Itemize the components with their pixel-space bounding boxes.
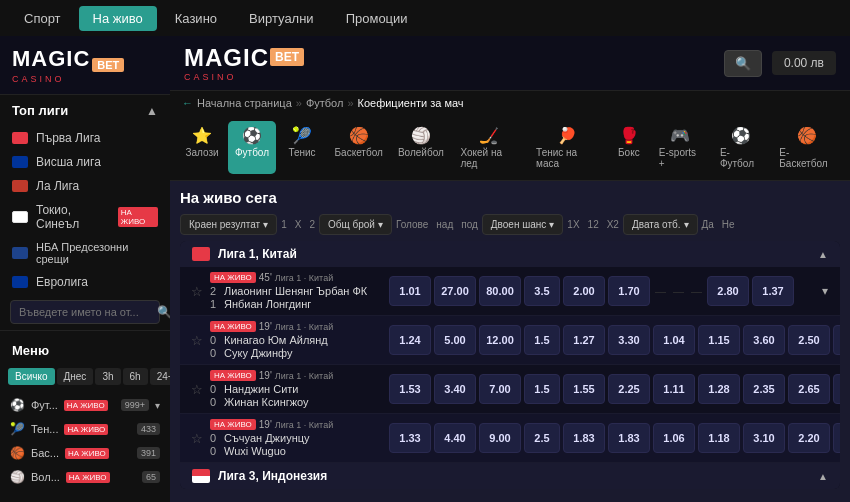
league-item-4[interactable]: НБА Предсезонни срещи — [0, 236, 170, 270]
odd-3-1[interactable]: 4.40 — [434, 423, 476, 453]
odd-2-5[interactable]: 2.25 — [608, 374, 650, 404]
star-btn-2[interactable]: ☆ — [188, 382, 206, 397]
nav-live[interactable]: На живо — [79, 6, 157, 31]
odd-2-1[interactable]: 3.40 — [434, 374, 476, 404]
odd-1-1[interactable]: 5.00 — [434, 325, 476, 355]
league-search[interactable]: 🔍 — [10, 300, 160, 324]
tab-volleyball[interactable]: 🏐 Волейбол — [391, 121, 450, 174]
odd-1-0[interactable]: 1.24 — [389, 325, 431, 355]
league-item-0[interactable]: Първа Лига — [0, 126, 170, 150]
odd-0-1[interactable]: 27.00 — [434, 276, 476, 306]
odd-3-8[interactable]: 3.10 — [743, 423, 785, 453]
odd-3-5[interactable]: 1.83 — [608, 423, 650, 453]
nav-promo[interactable]: Промоции — [332, 6, 422, 31]
expand-sport-0[interactable]: ▾ — [155, 400, 160, 411]
tab-efootball[interactable]: ⚽ Е-Футбол — [712, 121, 769, 174]
header-actions: 🔍 0.00 лв — [724, 50, 836, 77]
search-button[interactable]: 🔍 — [724, 50, 762, 77]
odd-3-2[interactable]: 9.00 — [479, 423, 521, 453]
odd-3-3[interactable]: 2.5 — [524, 423, 560, 453]
odd-3-7[interactable]: 1.18 — [698, 423, 740, 453]
odd-1-5[interactable]: 3.30 — [608, 325, 650, 355]
star-btn-0[interactable]: ☆ — [188, 284, 206, 299]
odd-1-3[interactable]: 1.5 — [524, 325, 560, 355]
odd-3-4[interactable]: 1.83 — [563, 423, 605, 453]
league-item-1[interactable]: Висша лига — [0, 150, 170, 174]
tab-ebasketball[interactable]: 🏀 Е-Баскетбол — [771, 121, 842, 174]
tab-hockey[interactable]: 🏒 Хокей на лед — [452, 121, 526, 174]
league-item-5[interactable]: Евролига — [0, 270, 170, 294]
filter-dvata[interactable]: Двата отб.▾ — [623, 214, 698, 235]
filter-all[interactable]: Всичко — [8, 368, 55, 385]
tab-esports[interactable]: 🎮 E-sports + — [651, 121, 710, 174]
league-item-3[interactable]: Токио, Синeъл НА ЖИВО — [0, 198, 170, 236]
logo-casino: CASINO — [12, 74, 65, 84]
odd-1-8[interactable]: 3.60 — [743, 325, 785, 355]
filter-obsh[interactable]: Общ брой▾ — [319, 214, 392, 235]
star-btn-1[interactable]: ☆ — [188, 333, 206, 348]
odd-2-3[interactable]: 1.5 — [524, 374, 560, 404]
odd-1-7[interactable]: 1.15 — [698, 325, 740, 355]
sport-item-0[interactable]: ⚽ Фут... НА ЖИВО 999+ ▾ — [0, 393, 170, 417]
odd-0-2[interactable]: 80.00 — [479, 276, 521, 306]
filter-dvoen[interactable]: Двоен шанс▾ — [482, 214, 564, 235]
odd-1-4[interactable]: 1.27 — [563, 325, 605, 355]
odd-0-10[interactable]: 1.37 — [752, 276, 794, 306]
odd-3-0[interactable]: 1.33 — [389, 423, 431, 453]
filter-3h[interactable]: 3h — [95, 368, 120, 385]
nav-virtual[interactable]: Виртуални — [235, 6, 328, 31]
odd-2-2[interactable]: 7.00 — [479, 374, 521, 404]
sport-item-2[interactable]: 🏀 Бас... НА ЖИВО 391 — [0, 441, 170, 465]
breadcrumb-home[interactable]: Начална страница — [197, 97, 292, 109]
breadcrumb-back[interactable]: ← — [182, 97, 193, 109]
odd-3-9[interactable]: 2.20 — [788, 423, 830, 453]
odd-1-2[interactable]: 12.00 — [479, 325, 521, 355]
tab-basketball[interactable]: 🏀 Баскетбол — [328, 121, 389, 174]
odd-2-0[interactable]: 1.53 — [389, 374, 431, 404]
match-league-0: Лига 1 · Китай — [275, 273, 333, 283]
filter-today[interactable]: Днес — [57, 368, 94, 385]
live-badge-sport-0: НА ЖИВО — [64, 400, 108, 411]
odd-2-9[interactable]: 2.65 — [788, 374, 830, 404]
search-input[interactable] — [19, 306, 157, 318]
tab-zalozi[interactable]: ⭐ Зaлози — [178, 121, 226, 174]
odd-1-9[interactable]: 2.50 — [788, 325, 830, 355]
sport-item-1[interactable]: 🎾 Тен... НА ЖИВО 433 — [0, 417, 170, 441]
odd-0-0[interactable]: 1.01 — [389, 276, 431, 306]
breadcrumb-football[interactable]: Футбол — [306, 97, 344, 109]
collapse-icon[interactable]: ▲ — [146, 104, 158, 118]
odd-1-10[interactable]: 1.45 — [833, 325, 840, 355]
odd-0-3[interactable]: 3.5 — [524, 276, 560, 306]
league-header-0[interactable]: Лига 1, Китай ▲ — [180, 241, 840, 267]
tab-football[interactable]: ⚽ Футбол — [228, 121, 276, 174]
league-item-2[interactable]: Ла Лига — [0, 174, 170, 198]
tab-tabletennis[interactable]: 🏓 Тенис на маса — [528, 121, 607, 174]
odd-3-10[interactable]: 1.57 — [833, 423, 840, 453]
nav-sport[interactable]: Спорт — [10, 6, 75, 31]
odd-2-10[interactable]: 1.40 — [833, 374, 840, 404]
league-name-china: Лига 1, Китай — [218, 247, 297, 261]
odd-2-6[interactable]: 1.11 — [653, 374, 695, 404]
filter-kraen[interactable]: Краен резултат▾ — [180, 214, 277, 235]
filter-24h[interactable]: 24+ — [150, 368, 170, 385]
odd-2-4[interactable]: 1.55 — [563, 374, 605, 404]
odd-2-8[interactable]: 2.35 — [743, 374, 785, 404]
tab-boxing[interactable]: 🥊 Бокс — [609, 121, 649, 174]
collapse-league-icon[interactable]: ▲ — [818, 249, 828, 260]
odd-1-6[interactable]: 1.04 — [653, 325, 695, 355]
expand-match-0[interactable]: ▾ — [818, 282, 832, 300]
collapse-league-icon-1[interactable]: ▲ — [818, 471, 828, 482]
filter-6h[interactable]: 6h — [123, 368, 148, 385]
match-league-3: Лига 1 · Китай — [275, 420, 333, 430]
odd-3-6[interactable]: 1.06 — [653, 423, 695, 453]
odd-0-9[interactable]: 2.80 — [707, 276, 749, 306]
sport-item-3[interactable]: 🏐 Вол... НА ЖИВО 65 — [0, 465, 170, 489]
odd-2-7[interactable]: 1.28 — [698, 374, 740, 404]
league-header-1[interactable]: Лига 3, Индонезия ▲ — [180, 463, 840, 489]
tab-tennis[interactable]: 🎾 Тенис — [278, 121, 326, 174]
odd-0-4[interactable]: 2.00 — [563, 276, 605, 306]
team2-score-1: 0 — [210, 347, 220, 359]
nav-casino[interactable]: Казино — [161, 6, 231, 31]
odd-0-5[interactable]: 1.70 — [608, 276, 650, 306]
star-btn-3[interactable]: ☆ — [188, 431, 206, 446]
